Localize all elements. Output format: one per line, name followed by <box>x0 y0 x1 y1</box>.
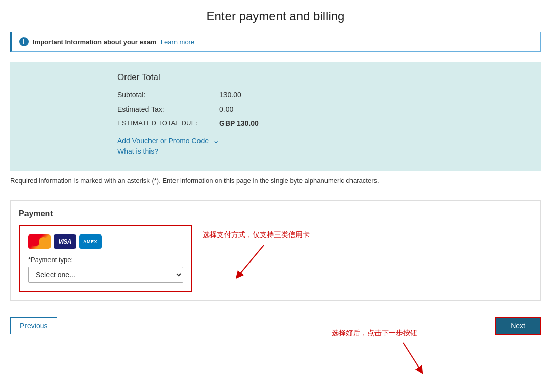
estimated-total-value: GBP 130.00 <box>219 119 259 127</box>
required-note: Required information is marked with an a… <box>10 177 541 185</box>
payment-section-title: Payment <box>19 209 532 218</box>
svg-line-0 <box>238 245 264 276</box>
tax-label: Estimated Tax: <box>117 105 219 113</box>
payment-section: Payment VISA AMEX *Payment type: Select … <box>10 200 541 301</box>
tax-value: 0.00 <box>219 105 233 113</box>
learn-more-link[interactable]: Learn more <box>161 38 194 46</box>
voucher-section: Add Voucher or Promo Code ⌄ What is this… <box>26 136 525 155</box>
svg-line-1 <box>403 343 421 371</box>
annotation-arrow-1 <box>233 243 274 283</box>
important-info-text: Important Information about your exam <box>33 38 157 46</box>
tax-row: Estimated Tax: 0.00 <box>26 105 525 113</box>
payment-type-select[interactable]: Select one... Mastercard Visa American E… <box>28 267 183 283</box>
mastercard-icon <box>28 234 51 249</box>
chevron-down-icon: ⌄ <box>213 136 219 145</box>
subtotal-value: 130.00 <box>219 91 241 99</box>
payment-type-label: *Payment type: <box>28 256 183 264</box>
previous-button[interactable]: Previous <box>10 317 57 334</box>
voucher-link[interactable]: Add Voucher or Promo Code ⌄ <box>117 136 525 145</box>
voucher-link-text: Add Voucher or Promo Code <box>117 137 209 145</box>
annotation-2: 选择好后，点击下一步按钮 <box>332 329 423 377</box>
annotation-arrow-2 <box>372 340 423 376</box>
estimated-total-label: ESTIMATED TOTAL DUE: <box>117 119 219 127</box>
divider <box>10 192 541 192</box>
payment-inner-box: VISA AMEX *Payment type: Select one... M… <box>19 225 192 292</box>
what-is-this-link[interactable]: What is this? <box>117 147 525 155</box>
visa-icon: VISA <box>54 234 76 249</box>
annotation-text-1: 选择支付方式，仅支持三类信用卡 <box>203 230 310 239</box>
page-title: Enter payment and billing <box>10 5 541 23</box>
order-total-box: Order Total Subtotal: 130.00 Estimated T… <box>10 62 541 171</box>
annotation-1: 选择支付方式，仅支持三类信用卡 <box>203 230 310 285</box>
subtotal-label: Subtotal: <box>117 91 219 99</box>
next-button[interactable]: Next <box>495 317 541 335</box>
annotation-text-2: 选择好后，点击下一步按钮 <box>332 329 417 337</box>
order-total-title: Order Total <box>26 72 525 83</box>
amex-icon: AMEX <box>79 234 102 249</box>
info-icon: i <box>19 37 29 46</box>
info-banner: i Important Information about your exam … <box>10 32 541 52</box>
subtotal-row: Subtotal: 130.00 <box>26 91 525 99</box>
estimated-total-row: ESTIMATED TOTAL DUE: GBP 130.00 <box>26 119 525 127</box>
bottom-navigation: Previous Next <box>10 311 541 340</box>
card-icons: VISA AMEX <box>28 234 183 249</box>
